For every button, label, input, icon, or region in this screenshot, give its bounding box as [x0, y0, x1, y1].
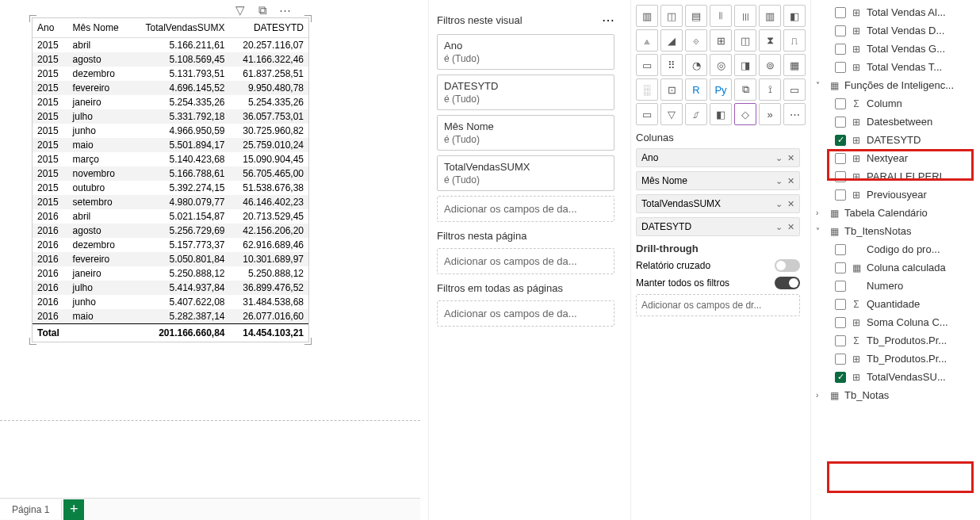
viz-type-icon[interactable]: ◫: [660, 5, 683, 27]
chevron-down-icon[interactable]: ˅: [816, 81, 824, 90]
table-row[interactable]: 2016junho5.407.622,0831.484.538,68: [33, 295, 308, 309]
field-checkbox[interactable]: [835, 299, 846, 310]
field-checkbox[interactable]: ✓: [835, 372, 846, 383]
viz-type-icon[interactable]: ◇: [734, 103, 756, 125]
table-row[interactable]: 2016agosto5.256.729,6942.156.206,20: [33, 224, 308, 238]
viz-type-icon[interactable]: ◧: [783, 5, 806, 27]
viz-type-icon[interactable]: ⊡: [660, 78, 683, 101]
field-checkbox[interactable]: [835, 117, 846, 128]
report-canvas[interactable]: ▽ ⧉ ⋯ Ano Mês Nome TotalVendasSUMX DATES…: [0, 0, 420, 520]
add-data-field[interactable]: Adicionar os campos de da...: [437, 300, 614, 327]
add-drill-field[interactable]: Adicionar os campos de dr...: [636, 294, 800, 316]
field-checkbox[interactable]: ✓: [835, 135, 846, 146]
table-row[interactable]: 2016janeiro5.250.888,125.250.888,12: [33, 266, 308, 281]
filter-card[interactable]: Anoé (Tudo): [437, 34, 614, 70]
filter-icon[interactable]: ▽: [233, 3, 247, 17]
filter-card[interactable]: DATESYTDé (Tudo): [437, 75, 614, 110]
field-checkbox[interactable]: [835, 171, 846, 182]
viz-type-icon[interactable]: ⠿: [660, 54, 683, 76]
table-group[interactable]: ˅▦Funções de Inteligenc...: [813, 76, 978, 94]
chevron-down-icon[interactable]: ⌄: [775, 199, 783, 209]
field-item[interactable]: ⊞Total Vendas T...: [813, 58, 978, 76]
table-row[interactable]: 2016maio5.282.387,1426.077.016,60: [33, 309, 308, 324]
table-row[interactable]: 2015janeiro5.254.335,265.254.335,26: [33, 95, 308, 109]
viz-type-icon[interactable]: »: [759, 103, 781, 125]
field-checkbox[interactable]: [835, 281, 846, 292]
remove-field-icon[interactable]: ✕: [787, 153, 794, 163]
field-item[interactable]: ΣQuantidade: [813, 295, 978, 313]
viz-type-icon[interactable]: ⫴: [710, 5, 732, 27]
resize-handle-tr[interactable]: [304, 15, 312, 22]
viz-type-icon[interactable]: ░: [636, 78, 658, 101]
table-row[interactable]: 2016fevereiro5.050.801,8410.301.689,97: [33, 252, 308, 266]
viz-type-icon[interactable]: ◎: [710, 54, 732, 76]
field-checkbox[interactable]: [835, 189, 846, 201]
table-row[interactable]: 2015março5.140.423,6815.090.904,45: [33, 152, 308, 166]
table-row[interactable]: 2015novembro5.166.788,6156.705.465,00: [33, 166, 308, 181]
chevron-down-icon[interactable]: ⌄: [775, 176, 783, 186]
viz-type-icon[interactable]: ⟐: [685, 29, 707, 52]
add-data-field[interactable]: Adicionar os campos de da...: [437, 196, 614, 222]
viz-type-icon[interactable]: ◫: [734, 29, 756, 52]
chevron-right-icon[interactable]: ›: [816, 391, 824, 400]
viz-type-icon[interactable]: ⊚: [759, 54, 781, 76]
add-data-field[interactable]: Adicionar os campos de da...: [437, 248, 614, 274]
table-row[interactable]: 2015abril5.166.211,6120.257.116,07: [33, 38, 308, 53]
field-checkbox[interactable]: [835, 354, 846, 365]
col-header[interactable]: DATESYTD: [230, 18, 308, 38]
viz-type-icon[interactable]: ▭: [783, 78, 806, 101]
resize-handle-br[interactable]: [304, 338, 312, 345]
viz-type-icon[interactable]: ⟁: [636, 29, 658, 52]
field-well[interactable]: TotalVendasSUMX⌄✕: [636, 194, 800, 213]
cross-report-toggle[interactable]: [775, 259, 800, 272]
filter-card[interactable]: TotalVendasSUMXé (Tudo): [437, 155, 614, 191]
field-checkbox[interactable]: [835, 335, 846, 346]
viz-type-icon[interactable]: ▭: [636, 54, 658, 76]
field-checkbox[interactable]: [835, 244, 846, 255]
viz-type-icon[interactable]: ◢: [660, 29, 683, 52]
viz-type-icon[interactable]: ⊞: [710, 29, 732, 52]
field-item[interactable]: ΣTb_Produtos.Pr...: [813, 331, 978, 350]
field-item[interactable]: ⊞Previousyear: [813, 185, 978, 204]
viz-type-icon[interactable]: ▥: [759, 5, 781, 27]
resize-handle-bl[interactable]: [29, 338, 36, 345]
viz-type-icon[interactable]: ⎍: [783, 29, 806, 52]
field-item[interactable]: ✓⊞TotalVendasSU...: [813, 368, 978, 386]
field-checkbox[interactable]: [835, 7, 846, 18]
page-tab[interactable]: Página 1: [0, 500, 62, 519]
remove-field-icon[interactable]: ✕: [787, 199, 794, 209]
field-item[interactable]: ⊞Nextyear: [813, 149, 978, 167]
chevron-down-icon[interactable]: ⌄: [775, 153, 783, 163]
keep-filters-toggle[interactable]: [775, 277, 800, 289]
resize-handle-tl[interactable]: [29, 15, 36, 22]
field-item[interactable]: ⊞Soma Coluna C...: [813, 313, 978, 331]
viz-type-icon[interactable]: ⫼: [734, 5, 756, 27]
table-row[interactable]: 2016julho5.414.937,8436.899.476,52: [33, 281, 308, 295]
table-group[interactable]: ›▦Tb_Notas: [813, 386, 978, 404]
table-group[interactable]: ›▦Tabela Calendário: [813, 204, 978, 222]
viz-type-icon[interactable]: ⎎: [685, 103, 707, 125]
field-item[interactable]: Numero: [813, 277, 978, 295]
table-row[interactable]: 2015dezembro5.131.793,5161.837.258,51: [33, 67, 308, 81]
field-item[interactable]: ⊞Total Vendas D...: [813, 21, 978, 40]
viz-type-icon[interactable]: ▦: [783, 54, 806, 76]
focus-mode-icon[interactable]: ⧉: [255, 3, 270, 17]
viz-type-icon[interactable]: Py: [710, 78, 732, 101]
viz-type-icon[interactable]: ▥: [636, 5, 658, 27]
table-row[interactable]: 2016dezembro5.157.773,3762.916.689,46: [33, 238, 308, 252]
field-item[interactable]: ▦Coluna calculada: [813, 258, 978, 277]
table-visual[interactable]: Ano Mês Nome TotalVendasSUMX DATESYTD 20…: [32, 17, 309, 342]
add-page-button[interactable]: +: [63, 499, 84, 520]
table-group[interactable]: ˅▦Tb_ItensNotas: [813, 222, 978, 240]
field-checkbox[interactable]: [835, 25, 846, 36]
chevron-down-icon[interactable]: ⌄: [775, 222, 783, 232]
chevron-right-icon[interactable]: ›: [816, 208, 824, 217]
field-checkbox[interactable]: [835, 44, 846, 55]
filter-card[interactable]: Mês Nomeé (Tudo): [437, 115, 614, 151]
viz-type-icon[interactable]: ▽: [660, 103, 683, 125]
field-item[interactable]: ⊞Tb_Produtos.Pr...: [813, 350, 978, 368]
table-row[interactable]: 2015julho5.331.792,1836.057.753,01: [33, 109, 308, 124]
col-header[interactable]: Ano: [33, 18, 68, 38]
field-checkbox[interactable]: [835, 62, 846, 73]
table-row[interactable]: 2015maio5.501.894,1725.759.010,24: [33, 138, 308, 152]
